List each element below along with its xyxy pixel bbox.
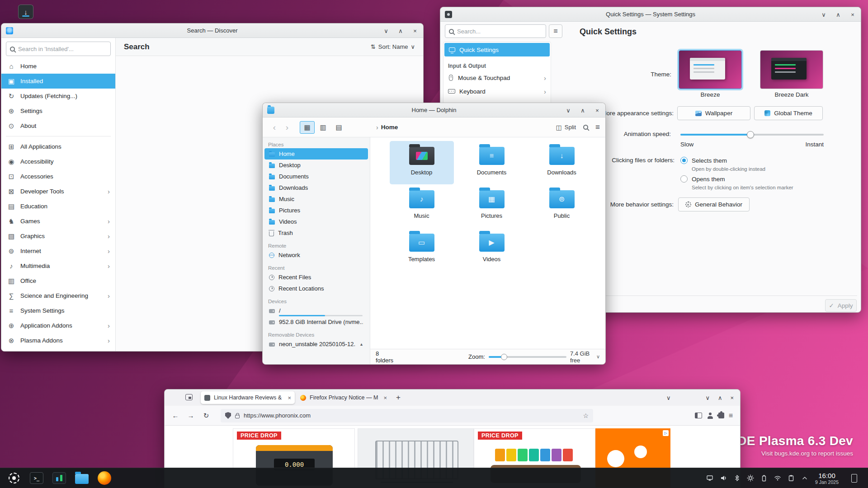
chevron-down-icon[interactable]: ∨ — [596, 354, 600, 360]
folder-tile[interactable]: Desktop — [390, 141, 454, 184]
places-item[interactable]: Pictures ▲ — [264, 205, 368, 216]
dolphin-titlebar[interactable]: Home — Dolphin ∨ ∧ × — [263, 103, 605, 117]
sidebar-category-item[interactable]: ⊡ Accessories › — [1, 169, 115, 184]
sidebar-category-item[interactable]: ♞ Games › — [1, 214, 115, 229]
apply-button[interactable]: ✓ Apply — [825, 299, 857, 312]
sidebar-category-item[interactable]: ⊞ All Applications › — [1, 139, 115, 154]
places-item[interactable]: Trash ▲ — [264, 227, 368, 239]
list-all-tabs-icon[interactable]: ∨ — [666, 394, 671, 401]
places-item[interactable]: Documents ▲ — [264, 171, 368, 182]
split-button[interactable]: ◫ Split — [556, 124, 576, 131]
sidebar-item-keyboard[interactable]: Keyboard › — [443, 84, 551, 98]
lock-icon[interactable] — [235, 415, 240, 418]
minimize-icon[interactable]: ∨ — [382, 27, 390, 34]
sidebar-icon[interactable] — [695, 413, 702, 418]
general-behavior-button[interactable]: General Behavior — [678, 197, 750, 211]
discover-search-box[interactable] — [6, 42, 111, 56]
radio-selects-them[interactable] — [680, 157, 688, 164]
new-tab-button[interactable]: + — [396, 393, 401, 402]
slider-handle[interactable] — [747, 131, 754, 138]
places-item[interactable]: Music ▲ — [264, 193, 368, 205]
url-bar[interactable]: https://www.phoronix.com ☆ — [221, 409, 593, 422]
taskbar-app[interactable] — [73, 469, 90, 487]
browser-tab[interactable]: Linux Hardware Reviews & × — [201, 391, 295, 404]
maximize-icon[interactable]: ∧ — [579, 107, 586, 114]
settings-search-input[interactable] — [457, 28, 542, 35]
forward-icon[interactable]: → — [184, 409, 197, 422]
expand-tray-chevron-up-icon[interactable] — [801, 474, 808, 482]
firefox-view-icon[interactable] — [185, 394, 193, 400]
close-tab-icon[interactable]: × — [288, 394, 291, 401]
sidebar-category-item[interactable]: ▤ Education › — [1, 199, 115, 214]
sidebar-category-item[interactable]: ⊕ Application Addons › — [1, 318, 115, 333]
compact-view-button[interactable]: ▥ — [316, 121, 330, 134]
sidebar-item[interactable]: ⊙ About › — [1, 118, 115, 133]
sidebar-item[interactable]: ⌂ Home › — [1, 59, 115, 74]
minimize-icon[interactable]: ∨ — [705, 394, 710, 401]
adchoices-icon[interactable]: ▷ — [663, 430, 669, 436]
taskbar-app[interactable] — [5, 469, 23, 487]
device-item[interactable]: / — [264, 305, 368, 316]
hamburger-menu-icon[interactable]: ≡ — [729, 412, 733, 420]
removable-device-item[interactable]: neon_unstable 20250105-12... ▲ — [264, 338, 368, 350]
sidebar-item-mouse-touchpad[interactable]: Mouse & Touchpad › — [443, 71, 551, 84]
account-icon[interactable] — [707, 412, 714, 419]
settings-titlebar[interactable]: Quick Settings — System Settings ∨ ∧ × — [440, 7, 861, 22]
firefox-tabbar[interactable]: Linux Hardware Reviews & × Firefox Priva… — [165, 389, 740, 406]
taskbar-app[interactable] — [96, 469, 113, 487]
desktop-download-icon[interactable]: ↓ — [18, 5, 33, 19]
places-item[interactable]: Recent Locations — [264, 283, 368, 294]
sidebar-category-item[interactable]: ◉ Accessibility › — [1, 154, 115, 169]
sidebar-item[interactable]: ▣ Installed › — [1, 74, 115, 89]
close-tab-icon[interactable]: × — [383, 394, 387, 401]
sidebar-category-item[interactable]: ♪ Multimedia › — [1, 258, 115, 273]
wallpaper-button[interactable]: Wallpaper — [677, 106, 750, 120]
back-icon[interactable]: ← — [169, 409, 182, 422]
taskbar-app[interactable] — [28, 469, 45, 487]
close-icon[interactable]: × — [730, 394, 734, 401]
sidebar-category-item[interactable]: ⊚ Internet › — [1, 244, 115, 258]
browser-tab[interactable]: Firefox Privacy Notice — M × — [297, 391, 391, 404]
network-icon[interactable] — [774, 474, 781, 482]
extensions-icon[interactable] — [718, 413, 724, 418]
radio-opens-them[interactable] — [680, 175, 688, 183]
discover-titlebar[interactable]: Search — Discover ∨ ∧ × — [1, 23, 423, 38]
maximize-icon[interactable]: ∧ — [397, 27, 404, 34]
minimize-icon[interactable]: ∨ — [820, 11, 827, 18]
animation-speed-slider[interactable] — [680, 134, 824, 136]
details-view-button[interactable]: ▤ — [331, 121, 346, 134]
sidebar-item-quick-settings[interactable]: Quick Settings — [444, 43, 550, 56]
close-icon[interactable]: × — [411, 27, 419, 34]
zoom-slider[interactable] — [489, 356, 566, 358]
close-icon[interactable]: × — [594, 107, 601, 114]
sidebar-item[interactable]: ⊛ Settings › — [1, 103, 115, 118]
folder-tile[interactable]: ↓ Downloads — [530, 141, 594, 184]
volume-icon[interactable] — [719, 474, 727, 482]
maximize-icon[interactable]: ∧ — [718, 394, 722, 401]
clipboard-icon[interactable] — [787, 474, 795, 482]
battery-icon[interactable] — [760, 474, 768, 482]
brightness-icon[interactable] — [746, 474, 754, 482]
breadcrumb-label[interactable]: Home — [381, 124, 398, 131]
reload-icon[interactable]: ↻ — [200, 409, 212, 422]
search-icon[interactable] — [583, 125, 588, 130]
sidebar-category-item[interactable]: ⊠ Developer Tools › — [1, 184, 115, 199]
digital-clock[interactable]: 16:00 9 Jan 2025 — [811, 472, 843, 485]
sidebar-item[interactable]: ↻ Updates (Fetching...) › — [1, 89, 115, 103]
sidebar-category-item[interactable]: ∑ Science and Engineering › — [1, 288, 115, 303]
bookmark-star-icon[interactable]: ☆ — [583, 412, 589, 419]
settings-menu-button[interactable]: ≡ — [549, 24, 562, 38]
icons-view-button[interactable]: ▦ — [300, 121, 315, 134]
theme-card-breeze[interactable] — [679, 50, 742, 89]
folder-tile[interactable]: ▭ Templates — [390, 228, 454, 271]
global-theme-button[interactable]: Global Theme — [754, 106, 823, 120]
places-item[interactable]: Recent Files — [264, 272, 368, 283]
folder-tile[interactable]: ▦ Pictures — [460, 184, 524, 228]
zoom-handle[interactable] — [501, 354, 507, 360]
minimize-icon[interactable]: ∨ — [565, 107, 572, 114]
maximize-icon[interactable]: ∧ — [835, 11, 842, 18]
sidebar-category-item[interactable]: ≡ System Settings › — [1, 303, 115, 318]
breadcrumb[interactable]: › Home — [376, 124, 398, 131]
eject-icon[interactable]: ▲ — [359, 342, 363, 347]
folder-tile[interactable]: ▶ Videos — [460, 228, 524, 271]
